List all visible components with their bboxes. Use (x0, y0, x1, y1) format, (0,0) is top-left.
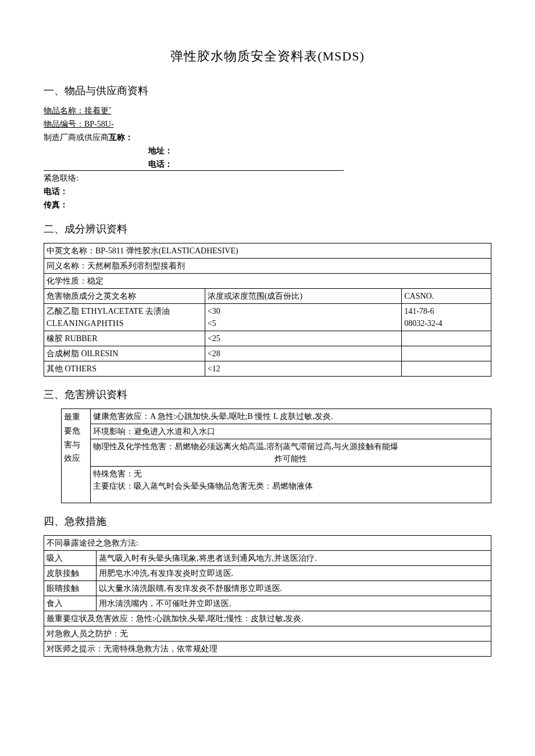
fa-r2b: 用肥皂水冲洗,有发痒发炎时立即送医. (97, 566, 491, 581)
hazard-row4a: 特殊危害：无 (93, 470, 142, 478)
fa-r1b: 蒸气吸入时有头晕头痛现象,将患者送到通风地方,并送医治疗. (97, 551, 491, 566)
phone-row: 电话： (44, 185, 491, 198)
synonym-cell: 同义名称：天然树脂系列溶剂型接着剂 (44, 259, 491, 274)
comp-r1-conc: <30 <5 (205, 304, 401, 331)
comp-r4-name: 其他 OTHERS (44, 361, 205, 377)
mfg-bold: 互称： (109, 133, 133, 142)
item-code-row: 物品编号：BP-58U- (44, 118, 491, 130)
fa-r4b: 用水清洗嘴内，不可催吐并立即送医. (97, 596, 491, 611)
fa-row6: 对急救人员之防护：无 (44, 626, 491, 642)
item-name-row: 物品名称：接着更ˆ (44, 105, 491, 117)
fa-r3b: 以大量水清洗眼睛,有发痒发炎不舒服情形立即送医. (97, 581, 491, 596)
comp-r1-conc-a: <30 (208, 307, 220, 316)
mfg-row: 制造厂商或供应商互称： (44, 131, 491, 144)
tel-bold: 电话： (148, 160, 173, 169)
fa-row7: 对医师之提示：无需特殊急救方法，依常规处理 (44, 642, 491, 657)
fa-r2a: 皮肤接触 (44, 566, 97, 581)
addr-bold: 地址： (148, 146, 173, 155)
fa-row5: 最重要症状及危害效应：急性:心跳加快,头晕,呕吐;慢性：皮肤过敏,发炎. (44, 611, 491, 626)
comp-r1a: 乙酸乙脂 ETHYLACETATE 去渍油 (47, 307, 170, 316)
section1-heading: 一、物品与供应商资料 (44, 83, 491, 99)
item-code-value: BP-58U- (84, 120, 114, 128)
comp-r1-name: 乙酸乙脂 ETHYLACETATE 去渍油 CLEANINGAPHTHS (44, 304, 205, 331)
comp-r3-conc: <28 (205, 346, 401, 361)
comp-r2-name: 橡胶 RUBBER (44, 331, 205, 346)
hazard-row4: 特殊危害：无 主要症状：吸入蒸气时会头晕头痛物品危害无类：易燃物液体 (91, 467, 491, 503)
comp-r3-name: 合成树脂 OILRESIN (44, 346, 205, 361)
hazard-row3a: 物理性及化学性危害：易燃物必须远离火焰高温,溶剂蒸气滞留过高,与火源接触有能爆 (93, 442, 398, 451)
item-name-label: 物品名称： (44, 106, 84, 115)
firstaid-table: 不同暴露途径之急救方法: 吸入 蒸气吸入时有头晕头痛现象,将患者送到通风地方,并… (44, 535, 491, 657)
hazard-row3: 物理性及化学性危害：易燃物必须远离火焰高温,溶剂蒸气滞留过高,与火源接触有能爆 … (91, 439, 491, 467)
fa-r4a: 食入 (44, 596, 97, 611)
hazard-row4b: 主要症状：吸入蒸气时会头晕头痛物品危害无类：易燃物液体 (93, 482, 313, 490)
item-name-value: 接着更ˆ (84, 106, 112, 115)
hazard-table: 最重要危害与效应 健康危害效应：A 急性:心跳加快,头晕,呕吐;B 慢性 L 皮… (61, 409, 491, 503)
addr-row: 地址： (44, 145, 491, 157)
fullname-cell: 中英文名称：BP-5811 弹性胶水(ELASTICADHESIVE) (44, 243, 491, 259)
item-code-label: 物品编号： (44, 120, 84, 128)
comp-r1-conc-b: <5 (208, 319, 216, 328)
section3-heading: 三、危害辨识资料 (44, 387, 491, 403)
tel-row: 电话： (44, 158, 344, 171)
composition-table: 中英文名称：BP-5811 弹性胶水(ELASTICADHESIVE) 同义名称… (44, 243, 491, 377)
comp-r1-cas-a: 141-78-6 (404, 307, 434, 316)
mfg-label: 制造厂商或供应商 (44, 133, 109, 142)
hdr-cas: CASNO. (402, 289, 491, 304)
comp-r1b: CLEANINGAPHTHS (47, 319, 124, 328)
comp-r4-conc: <12 (205, 361, 401, 377)
fa-r1a: 吸入 (44, 551, 97, 566)
hazard-side-label: 最重要危害与效应 (62, 409, 91, 503)
comp-r2-cas (402, 331, 491, 346)
comp-r3-cas (402, 346, 491, 361)
hdr-name: 危害物质成分之英文名称 (44, 289, 205, 304)
doc-title: 弹性胶水物质安全资料表(MSDS) (44, 46, 491, 66)
hazard-row2: 环境影响：避免进入水道和入水口 (91, 424, 491, 439)
section4-heading: 四、急救措施 (44, 514, 491, 529)
fa-r3a: 眼睛接触 (44, 581, 97, 596)
firstaid-top: 不同暴露途径之急救方法: (44, 536, 491, 551)
emergency-row: 紧急联络: (44, 172, 491, 184)
hazard-row1: 健康危害效应：A 急性:心跳加快,头晕,呕吐;B 慢性 L 皮肤过敏,发炎. (91, 409, 491, 424)
fax-row: 传真： (44, 199, 491, 211)
comp-r2-conc: <25 (205, 331, 401, 346)
section2-heading: 二、成分辨识资料 (44, 221, 491, 237)
hazard-row3b: 炸可能性 (93, 453, 488, 465)
hdr-conc: 浓度或浓度范围(成百份比) (205, 289, 401, 304)
comp-r4-cas (402, 361, 491, 377)
chem-cell: 化学性质：稳定 (44, 274, 491, 289)
comp-r1-cas-b: 08032-32-4 (404, 319, 442, 328)
comp-r1-cas: 141-78-6 08032-32-4 (402, 304, 491, 331)
